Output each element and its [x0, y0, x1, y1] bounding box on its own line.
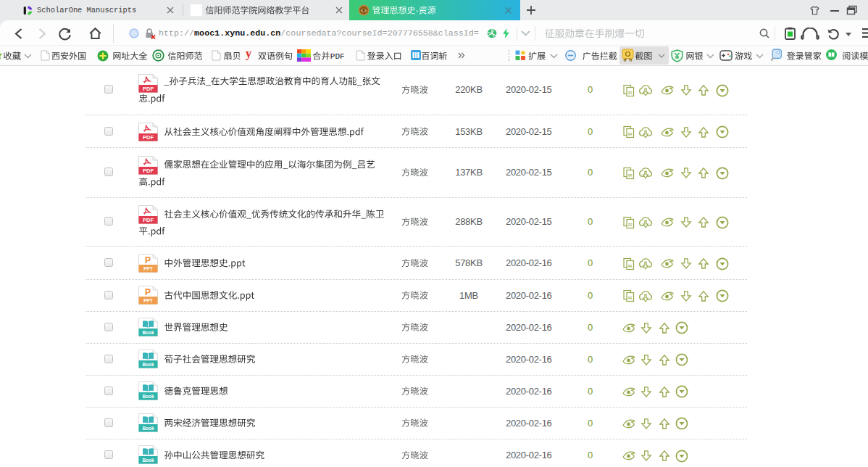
svg-text:Book: Book — [142, 330, 154, 335]
svg-text:PDF: PDF — [143, 168, 154, 174]
svg-text:PDF: PDF — [143, 217, 154, 223]
svg-text:PPT: PPT — [143, 298, 153, 303]
svg-text:PPT: PPT — [143, 266, 153, 271]
svg-text:Book: Book — [142, 426, 154, 431]
svg-text:Book: Book — [142, 458, 154, 463]
svg-text:Book: Book — [142, 362, 154, 367]
svg-text:PDF: PDF — [143, 134, 154, 141]
svg-text:P: P — [145, 287, 151, 297]
svg-text:Book: Book — [142, 394, 154, 399]
svg-text:P: P — [145, 255, 151, 265]
svg-text:PDF: PDF — [143, 86, 154, 92]
